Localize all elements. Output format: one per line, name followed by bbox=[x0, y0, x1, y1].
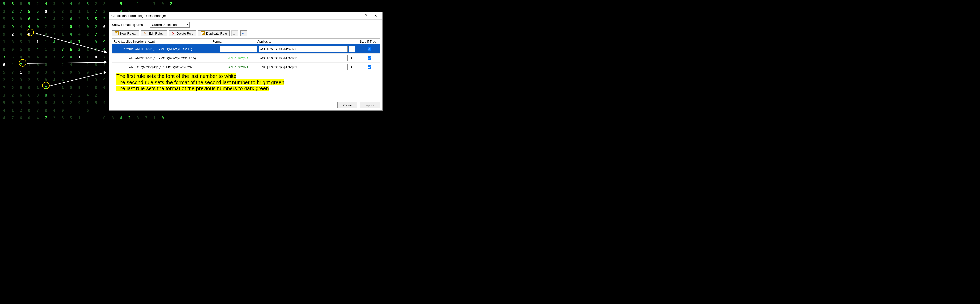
matrix-cell: 5 bbox=[83, 15, 92, 23]
matrix-cell: 5 bbox=[25, 0, 33, 8]
matrix-cell: 0 bbox=[33, 99, 42, 107]
new-rule-button[interactable]: New Rule... bbox=[112, 30, 139, 36]
matrix-cell bbox=[75, 76, 83, 84]
matrix-cell: 4 bbox=[67, 30, 75, 38]
rule-row[interactable]: Formula: =MOD($A$1,15)=MOD(ROW()+G$2+1,1… bbox=[112, 54, 380, 63]
matrix-cell: 2 bbox=[59, 15, 67, 23]
matrix-cell: 0 bbox=[33, 91, 42, 99]
matrix-cell: 9 bbox=[83, 69, 92, 76]
matrix-cell: 2 bbox=[50, 114, 59, 119]
range-selector-button[interactable] bbox=[348, 55, 355, 61]
dialog-apply-button: Apply bbox=[360, 102, 380, 108]
matrix-cell: 3 bbox=[0, 91, 8, 99]
matrix-cell: 2 bbox=[0, 76, 8, 84]
applies-to-input[interactable] bbox=[259, 46, 348, 52]
duplicate-rule-button[interactable]: Duplicate Rule bbox=[198, 30, 230, 36]
stop-if-true-checkbox[interactable] bbox=[368, 47, 371, 51]
matrix-cell: 4 bbox=[0, 107, 8, 114]
matrix-cell: 0 bbox=[8, 99, 17, 107]
move-up-button bbox=[232, 30, 239, 36]
matrix-cell: 5 bbox=[0, 99, 8, 107]
rule-format-preview: AaBbCcYyZz bbox=[220, 64, 257, 70]
chevron-down-icon: ▾ bbox=[186, 23, 188, 26]
show-rules-for-dropdown[interactable]: Current Selection ▾ bbox=[150, 22, 189, 27]
matrix-cell: 6 bbox=[83, 107, 92, 114]
matrix-cell: 0 bbox=[100, 23, 108, 30]
stop-if-true-checkbox[interactable] bbox=[368, 66, 371, 69]
matrix-cell: 8 bbox=[134, 114, 142, 119]
matrix-cell: 2 bbox=[59, 69, 67, 76]
matrix-cell: 1 bbox=[25, 38, 33, 46]
matrix-cell: 8 bbox=[67, 8, 75, 15]
matrix-cell: 7 bbox=[8, 69, 17, 76]
matrix-cell: 4 bbox=[17, 30, 25, 38]
matrix-cell: 4 bbox=[67, 15, 75, 23]
annotation-note: The first rule sets the font of the last… bbox=[116, 73, 236, 79]
matrix-cell: 0 bbox=[42, 61, 50, 69]
matrix-cell: 0 bbox=[33, 23, 42, 30]
matrix-cell: 1 bbox=[83, 99, 92, 107]
dialog-titlebar[interactable]: Conditional Formatting Rules Manager ? ✕ bbox=[110, 12, 382, 20]
matrix-cell: 1 bbox=[59, 84, 67, 91]
range-selector-button[interactable] bbox=[348, 64, 355, 70]
matrix-cell: 7 bbox=[42, 23, 50, 30]
matrix-cell: 3 bbox=[75, 15, 83, 23]
matrix-cell: 2 bbox=[125, 114, 134, 119]
applies-to-input[interactable] bbox=[259, 55, 348, 61]
delete-rule-button[interactable]: Delete Rule bbox=[169, 30, 196, 36]
matrix-cell: 2 bbox=[92, 23, 100, 30]
range-selector-button[interactable] bbox=[348, 46, 355, 52]
duplicate-rule-icon bbox=[201, 32, 205, 35]
stop-if-true-checkbox[interactable] bbox=[368, 56, 371, 60]
matrix-cell: 5 bbox=[17, 46, 25, 53]
matrix-cell: 0 bbox=[42, 8, 50, 15]
matrix-cell: 9 bbox=[75, 84, 83, 91]
new-rule-icon bbox=[115, 32, 119, 35]
help-button[interactable]: ? bbox=[361, 14, 371, 18]
matrix-cell: 7 bbox=[8, 114, 17, 119]
matrix-cell: 8 bbox=[42, 107, 50, 114]
matrix-cell: 7 bbox=[42, 114, 50, 119]
matrix-cell: 1 bbox=[83, 53, 92, 61]
move-down-button[interactable] bbox=[240, 30, 247, 36]
matrix-cell: 1 bbox=[75, 114, 83, 119]
matrix-cell: 8 bbox=[59, 8, 67, 15]
matrix-cell: 3 bbox=[50, 0, 59, 8]
matrix-cell: 1 bbox=[83, 8, 92, 15]
matrix-cell: 2 bbox=[25, 76, 33, 84]
matrix-cell bbox=[67, 107, 75, 114]
matrix-cell: 5 bbox=[92, 15, 100, 23]
matrix-cell: 0 bbox=[83, 23, 92, 30]
matrix-cell: 2 bbox=[59, 53, 67, 61]
matrix-cell: 9 bbox=[8, 23, 17, 30]
matrix-cell: 4 bbox=[8, 61, 17, 69]
matrix-cell: 9 bbox=[100, 38, 108, 46]
matrix-cell: 3 bbox=[8, 0, 17, 8]
matrix-cell: 0 bbox=[8, 46, 17, 53]
matrix-cell: 6 bbox=[67, 46, 75, 53]
matrix-cell: 8 bbox=[42, 99, 50, 107]
matrix-cell: 2 bbox=[8, 30, 17, 38]
matrix-cell: 4 bbox=[50, 15, 59, 23]
matrix-cell: 5 bbox=[17, 99, 25, 107]
matrix-cell: 8 bbox=[50, 69, 59, 76]
matrix-cell: 4 bbox=[67, 53, 75, 61]
applies-to-input[interactable] bbox=[259, 64, 348, 70]
highlight-circle bbox=[42, 82, 49, 89]
rule-row[interactable]: Formula: =MOD($A$1,15)=MOD(ROW()+G$2,15) bbox=[112, 45, 380, 54]
matrix-cell: 2 bbox=[8, 91, 17, 99]
matrix-cell: 4 bbox=[134, 0, 142, 8]
matrix-cell: 5 bbox=[0, 15, 8, 23]
matrix-cell: 0 bbox=[67, 84, 75, 91]
dialog-close-button[interactable]: Close bbox=[337, 102, 358, 108]
matrix-cell: 4 bbox=[83, 91, 92, 99]
rule-row[interactable]: Formula: =OR(MOD($A$1,15)=MOD(ROW()+G$2.… bbox=[112, 63, 380, 72]
matrix-cell: 1 bbox=[33, 38, 42, 46]
matrix-cell: 0 bbox=[67, 23, 75, 30]
edit-rule-button[interactable]: Edit Rule... bbox=[141, 30, 167, 36]
matrix-cell: 9 bbox=[75, 69, 83, 76]
matrix-cell: 5 bbox=[83, 0, 92, 8]
close-icon[interactable]: ✕ bbox=[371, 14, 380, 18]
matrix-cell: 4 bbox=[50, 107, 59, 114]
matrix-cell bbox=[167, 114, 175, 119]
